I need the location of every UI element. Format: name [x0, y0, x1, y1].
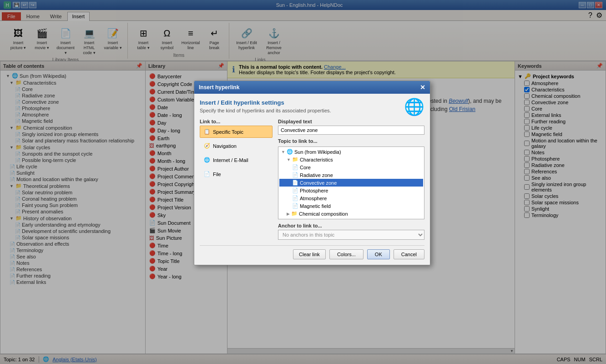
dialog-body: Insert / Edit hyperlink settings Specify… — [194, 94, 430, 265]
dialog-char-icon: 📁 — [292, 157, 298, 162]
char-expand-icon: ▼ — [287, 157, 291, 162]
internet-icon: 🌐 — [204, 157, 210, 163]
dialog-conv-label: Convective zone — [300, 180, 337, 186]
dialog-tree-convective[interactable]: 📄 Convective zone — [279, 179, 423, 187]
internet-label: Internet / E-Mail — [213, 157, 248, 163]
dialog-chem-icon: 📁 — [291, 211, 298, 217]
dialog-link-types: Link to... 📋 Specific Topic 🧭 Navigation… — [200, 119, 273, 240]
dialog-mag-icon: 📄 — [292, 203, 298, 209]
globe-icon: 🌐 — [404, 97, 424, 116]
root-collapse-icon: ▼ — [281, 150, 285, 154]
anchor-label: Anchor to link to... — [278, 223, 424, 228]
cancel-btn[interactable]: Cancel — [394, 249, 424, 259]
dialog-core-icon: 📄 — [292, 164, 298, 170]
topic-link-label: Topic to link to... — [278, 138, 424, 144]
dialog-chem-label: Chemical composition — [299, 211, 348, 217]
topic-tree: ▼ 🌐 Sun (from Wikipedia) ▼ 📁 Characteris… — [278, 147, 424, 219]
dialog-core-label: Core — [300, 165, 311, 170]
dialog-photo-label: Photosphere — [300, 188, 328, 193]
dialog-conv-icon: 📄 — [292, 180, 298, 186]
link-type-specific[interactable]: 📋 Specific Topic — [200, 126, 273, 138]
navigation-label: Navigation — [213, 143, 237, 149]
dialog-mag-label: Magnetic field — [300, 203, 331, 209]
link-type-navigation[interactable]: 🧭 Navigation — [200, 140, 273, 152]
file-label: File — [213, 172, 221, 177]
specific-topic-icon: 📋 — [204, 129, 210, 135]
specific-topic-label: Specific Topic — [213, 129, 243, 135]
dialog-title: Insert hyperlink — [199, 84, 239, 91]
displayed-text-input[interactable] — [278, 126, 424, 135]
dialog-atmo-label: Atmosphere — [300, 196, 327, 201]
link-type-internet[interactable]: 🌐 Internet / E-Mail — [200, 154, 273, 166]
file-icon: 📄 — [204, 171, 210, 177]
dialog-titlebar: Insert hyperlink ✕ — [194, 81, 430, 94]
dialog-close-btn[interactable]: ✕ — [420, 84, 425, 91]
dialog-tree-core[interactable]: 📄 Core — [279, 163, 423, 171]
dialog-tree-magnetic[interactable]: 📄 Magnetic field — [279, 202, 423, 210]
insert-hyperlink-dialog: Insert hyperlink ✕ Insert / Edit hyperli… — [194, 81, 430, 265]
dialog-root-label: Sun (from Wikipedia) — [294, 149, 341, 155]
dialog-tree-root[interactable]: ▼ 🌐 Sun (from Wikipedia) — [279, 148, 423, 156]
dialog-rad-label: Radiative zone — [300, 172, 333, 178]
dialog-settings: Displayed text Topic to link to... ▼ 🌐 S… — [278, 119, 424, 240]
dialog-tree-atmosphere[interactable]: 📄 Atmosphere — [279, 194, 423, 202]
link-to-label: Link to... — [200, 119, 273, 124]
dialog-tree-char[interactable]: ▼ 📁 Characteristics — [279, 156, 423, 163]
navigation-icon: 🧭 — [204, 143, 210, 149]
dialog-atmo-icon: 📄 — [292, 195, 298, 201]
dialog-buttons: Clear link Colors... OK Cancel — [200, 245, 424, 259]
dialog-root-icon: 🌐 — [287, 149, 293, 155]
dialog-section-desc: Specify the kind of hyperlinks and its a… — [200, 108, 331, 113]
clear-link-btn[interactable]: Clear link — [293, 249, 326, 259]
chem-expand-icon: ▶ — [287, 212, 290, 216]
dialog-tree-photosphere[interactable]: 📄 Photosphere — [279, 187, 423, 194]
dialog-section-title: Insert / Edit hyperlink settings — [200, 99, 331, 106]
link-type-file[interactable]: 📄 File — [200, 168, 273, 180]
displayed-text-label: Displayed text — [278, 119, 424, 124]
dialog-char-label: Characteristics — [300, 157, 333, 162]
dialog-content: Link to... 📋 Specific Topic 🧭 Navigation… — [200, 119, 424, 240]
anchor-select[interactable]: No anchors in this topic — [278, 230, 424, 240]
dialog-photo-icon: 📄 — [292, 187, 298, 193]
dialog-rad-icon: 📄 — [292, 172, 298, 178]
dialog-tree-radiative[interactable]: 📄 Radiative zone — [279, 171, 423, 179]
ok-btn[interactable]: OK — [367, 249, 390, 259]
dialog-tree-chemical[interactable]: ▶ 📁 Chemical composition — [279, 210, 423, 217]
dialog-overlay: Insert hyperlink ✕ Insert / Edit hyperli… — [0, 0, 606, 364]
colors-btn[interactable]: Colors... — [329, 249, 364, 259]
